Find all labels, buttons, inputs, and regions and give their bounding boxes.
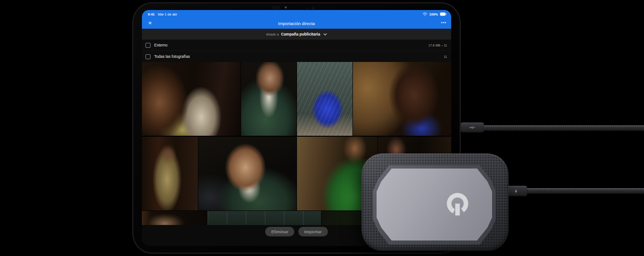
photo-thumbnail-r1c4[interactable]: [353, 62, 451, 136]
status-date: Mar 1 de abr: [158, 12, 177, 16]
usb-cable-top: [483, 125, 644, 131]
sensor-ring: [312, 7, 315, 10]
external-ssd-drive: [362, 154, 508, 251]
source-label: Todas las fotografías: [154, 54, 190, 59]
photo-thumbnail-r2c2[interactable]: [198, 137, 297, 210]
photo-thumbnail-r2c1[interactable]: [142, 137, 198, 210]
add-to-bar[interactable]: Añadir a Campaña publicitaria: [142, 29, 451, 40]
photo-thumbnail-r1c2[interactable]: [241, 62, 297, 136]
usb-cable-bottom: [525, 188, 644, 194]
photo-thumbnail-r3c2[interactable]: [207, 211, 321, 225]
page-title: Importación directa: [142, 18, 451, 29]
photo-thumbnail-r1c3[interactable]: [297, 62, 352, 136]
front-camera-icon: [285, 6, 287, 9]
wifi-icon: [423, 12, 428, 16]
checkbox-todas[interactable]: [146, 54, 151, 59]
status-time: 9:41: [148, 12, 155, 16]
app-header: ✕ Importación directa •••: [142, 18, 451, 29]
g-technology-logo-icon: [445, 192, 470, 219]
source-meta: 17.6 MB – 11: [428, 44, 447, 47]
battery-icon: [440, 12, 447, 16]
photo-thumbnail-r1c1[interactable]: [142, 62, 241, 136]
checkbox-externo[interactable]: [146, 43, 151, 48]
status-bar: 9:41 Mar 1 de abr 100%: [142, 10, 451, 18]
import-button[interactable]: Importar: [298, 227, 328, 236]
source-meta: 11: [444, 55, 447, 58]
scene: 9:41 Mar 1 de abr 100%: [0, 0, 644, 256]
chevron-down-icon[interactable]: [323, 33, 327, 36]
camera-module: [272, 6, 280, 9]
thunderbolt-icon: [514, 189, 518, 194]
photo-thumbnail-r3c1[interactable]: [142, 211, 207, 225]
source-label: Externo: [154, 43, 167, 47]
usb-icon: [469, 126, 475, 129]
add-to-label: Añadir a: [266, 32, 279, 36]
delete-button[interactable]: Eliminar: [265, 227, 294, 236]
battery-percent: 100%: [429, 12, 438, 16]
source-row-todas-las-fotografias[interactable]: Todas las fotografías 11: [142, 51, 451, 62]
sensor-dot: [307, 8, 307, 9]
add-to-collection[interactable]: Campaña publicitaria: [281, 32, 320, 36]
source-row-externo[interactable]: Externo 17.6 MB – 11: [142, 40, 451, 51]
more-options-icon[interactable]: •••: [441, 18, 447, 29]
usb-connector-top: [461, 123, 484, 133]
drive-face-plate: [377, 169, 492, 241]
